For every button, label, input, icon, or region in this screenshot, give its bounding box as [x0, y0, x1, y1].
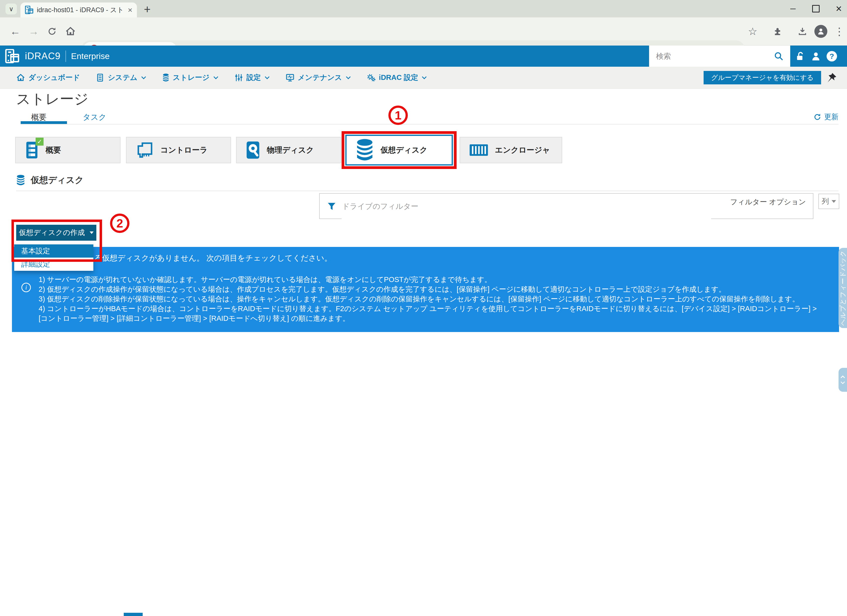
- card-label: エンクロージャ: [495, 145, 550, 155]
- dashboard-icon: [16, 74, 25, 82]
- user-icon: [811, 51, 821, 61]
- home-icon: [65, 27, 75, 36]
- annotation-box-1: 仮想ディスク: [342, 131, 457, 169]
- section-divider: [16, 191, 838, 191]
- card-controllers[interactable]: コントローラ: [126, 137, 231, 163]
- search-icon[interactable]: [774, 51, 784, 61]
- nav-dashboard[interactable]: ダッシュボード: [16, 73, 80, 83]
- session-lock-button[interactable]: [792, 46, 808, 67]
- bottom-edge-artifact: [124, 613, 143, 616]
- physical-disk-icon: [245, 141, 260, 159]
- banner-item: 3) 仮想ディスクの削除操作が保留状態になっている場合は、操作をキャンセルします…: [38, 294, 825, 304]
- card-virtual-disks[interactable]: 仮想ディスク: [345, 135, 453, 165]
- columns-dropdown-button[interactable]: 列: [818, 194, 839, 209]
- help-feedback-label: ヘルプとフィードバック: [838, 250, 847, 326]
- tabs-divider: [21, 124, 838, 124]
- help-feedback-tab[interactable]: ヘルプとフィードバック: [838, 248, 847, 328]
- annotation-circle-2: 2: [110, 214, 130, 233]
- chevron-down-icon: [141, 76, 146, 80]
- drive-filter-bar: フィルター オプション: [319, 193, 813, 219]
- person-icon: [817, 28, 825, 35]
- window-maximize-button[interactable]: [807, 0, 825, 18]
- nav-label: iDRAC 設定: [379, 73, 418, 83]
- back-button[interactable]: ←: [6, 18, 24, 45]
- tab-overview[interactable]: 概要: [31, 112, 47, 122]
- help-icon: ?: [826, 51, 837, 62]
- card-label: コントローラ: [160, 145, 208, 155]
- refresh-label: 更新: [824, 112, 838, 122]
- maintenance-icon: [286, 74, 294, 82]
- card-label: 概要: [46, 145, 61, 155]
- page-title: ストレージ: [16, 90, 89, 109]
- brand-divider: [65, 50, 66, 62]
- drive-filter-input[interactable]: [342, 194, 711, 219]
- section-header: 仮想ディスク: [16, 174, 84, 186]
- chevron-down-icon: [422, 76, 427, 80]
- info-banner: る仮想ディスクがありません。 次の項目をチェックしてください。 i 1) サーバ…: [12, 247, 839, 332]
- nav-storage[interactable]: ストレージ: [162, 73, 218, 83]
- card-overview[interactable]: ✓ 概要: [15, 137, 121, 163]
- forward-button[interactable]: →: [25, 18, 42, 45]
- chevron-down-icon[interactable]: [840, 381, 845, 384]
- card-physical-disks[interactable]: 物理ディスク: [236, 137, 341, 163]
- browser-menu-button[interactable]: ⋮: [831, 18, 847, 45]
- info-icon: i: [21, 283, 31, 292]
- downloads-button[interactable]: [794, 18, 811, 45]
- nav-idrac-settings[interactable]: iDRAC 設定: [367, 73, 427, 83]
- reload-button[interactable]: [43, 18, 61, 45]
- help-button[interactable]: ?: [824, 46, 840, 67]
- download-icon: [798, 27, 807, 36]
- banner-intro-text: る仮想ディスクがありません。 次の項目をチェックしてください。: [94, 253, 332, 263]
- search-input[interactable]: [655, 52, 774, 61]
- chevron-down-icon: [345, 76, 351, 80]
- new-tab-button[interactable]: +: [144, 3, 151, 16]
- virtual-disk-icon: [356, 138, 374, 162]
- card-label: 仮想ディスク: [381, 145, 428, 155]
- bookmark-star-button[interactable]: ☆: [744, 18, 761, 45]
- browser-tabstrip: ∨ idrac-host01 - iDRAC9 - ストレー × + ─ ×: [0, 0, 847, 18]
- puzzle-icon: [773, 27, 782, 36]
- check-badge-icon: ✓: [35, 138, 44, 146]
- banner-item: 1) サーバーの電源が切れていないか確認します。サーバーの電源が切れている場合は…: [38, 275, 825, 284]
- tab-title: idrac-host01 - iDRAC9 - ストレー: [37, 6, 124, 15]
- card-label: 物理ディスク: [267, 145, 314, 155]
- chevron-up-icon[interactable]: [840, 375, 845, 379]
- idrac-header: iDRAC9 Enterprise ?: [0, 46, 847, 67]
- annotation-box-2: [12, 220, 102, 262]
- idrac-logo: [5, 49, 19, 63]
- pin-icon[interactable]: [826, 72, 837, 83]
- card-enclosures[interactable]: エンクロージャ: [460, 137, 562, 163]
- banner-checklist: 1) サーバーの電源が切れていないか確認します。サーバーの電源が切れている場合は…: [38, 275, 825, 323]
- extensions-button[interactable]: [769, 18, 786, 45]
- overview-icon-wrap: ✓: [25, 141, 39, 159]
- user-button[interactable]: [808, 46, 823, 67]
- banner-item: 2) 仮想ディスクの作成操作が保留状態になっている場合は、作成プロセスを完了しま…: [38, 284, 825, 294]
- window-minimize-button[interactable]: ─: [784, 0, 802, 18]
- nav-system[interactable]: システム: [96, 73, 146, 83]
- enable-group-manager-button[interactable]: グループマネージャを有効にする: [704, 71, 821, 84]
- nav-label: ストレージ: [173, 73, 210, 83]
- filter-options-link[interactable]: フィルター オプション: [724, 197, 806, 206]
- banner-item: 4) コントローラーがHBAモードの場合は、コントローラーをRAIDモードに切り…: [38, 304, 825, 323]
- settings-icon: [235, 74, 243, 82]
- chevron-down-icon: [264, 76, 270, 80]
- tab-tasks[interactable]: タスク: [83, 112, 106, 122]
- annotation-circle-1: 1: [388, 106, 408, 125]
- tab-search-button[interactable]: ∨: [6, 3, 17, 15]
- filter-funnel-icon: [327, 202, 336, 212]
- refresh-link[interactable]: 更新: [814, 112, 838, 122]
- nav-maintenance[interactable]: メンテナンス: [286, 73, 351, 83]
- window-close-button[interactable]: ×: [830, 0, 847, 18]
- profile-avatar[interactable]: [812, 18, 829, 45]
- scroll-buttons-tab[interactable]: [838, 368, 847, 392]
- virtual-disk-section-icon: [16, 174, 25, 186]
- home-button[interactable]: [62, 18, 79, 45]
- refresh-icon: [814, 113, 821, 121]
- nav-configuration[interactable]: 設定: [235, 73, 270, 83]
- nav-label: 設定: [246, 73, 261, 83]
- tab-close-icon[interactable]: ×: [128, 6, 133, 15]
- idrac-favicon: [25, 6, 33, 14]
- brand-edition: Enterprise: [71, 51, 109, 61]
- gears-icon: [367, 74, 375, 82]
- browser-tab[interactable]: idrac-host01 - iDRAC9 - ストレー ×: [21, 3, 137, 18]
